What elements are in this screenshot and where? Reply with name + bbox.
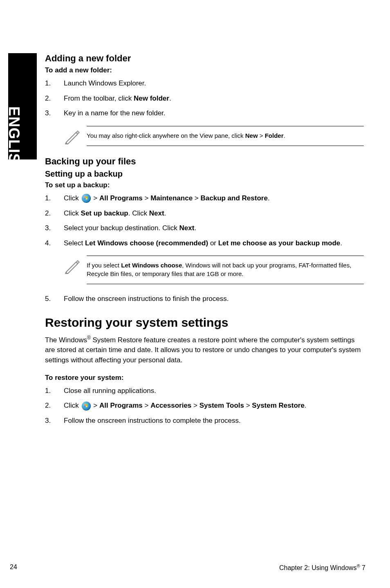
chapter-label: Chapter 2: Using Windows® 7	[279, 563, 365, 572]
heading-backup: Backing up your files	[45, 156, 364, 167]
heading-adding-folder: Adding a new folder	[45, 53, 364, 64]
step-text: Close all running applications.	[64, 386, 364, 396]
restore-intro: The Windows® System Restore feature crea…	[45, 334, 364, 366]
windows-start-icon	[82, 402, 91, 411]
pencil-note-icon	[64, 126, 87, 146]
list-item: Select your backup destination. Click Ne…	[45, 223, 364, 233]
subheading-setup-backup: Setting up a backup	[45, 169, 364, 179]
list-item: From the toolbar, click New folder.	[45, 94, 364, 104]
step-text: Click Set up backup. Click Next.	[64, 209, 364, 219]
steps-backup-continued: Follow the onscreen instructions to fini…	[45, 294, 364, 304]
steps-backup: Click > All Programs > Maintenance > Bac…	[45, 193, 364, 249]
step-text: Key in a name for the new folder.	[64, 108, 364, 119]
list-item: Select Let Windows choose (recommended) …	[45, 238, 364, 249]
steps-restore: Close all running applications. Click > …	[45, 386, 364, 426]
heading-restore: Restoring your system settings	[45, 316, 364, 330]
step-text: Follow the onscreen instructions to comp…	[64, 416, 364, 426]
list-item: Follow the onscreen instructions to fini…	[45, 294, 364, 304]
note-block: You may also right-click anywhere on the…	[64, 126, 364, 146]
note-text: You may also right-click anywhere on the…	[87, 126, 364, 146]
step-text: From the toolbar, click New folder.	[64, 94, 364, 104]
note-text: If you select Let Windows choose, Window…	[87, 256, 364, 284]
list-item: Launch Windows Explorer.	[45, 79, 364, 89]
step-text: Click > All Programs > Maintenance > Bac…	[64, 193, 364, 204]
step-text: Launch Windows Explorer.	[64, 79, 364, 89]
page-footer: 24 Chapter 2: Using Windows® 7	[10, 563, 365, 572]
list-item: Click Set up backup. Click Next.	[45, 209, 364, 219]
step-text: Select Let Windows choose (recommended) …	[64, 238, 364, 249]
list-item: Click > All Programs > Maintenance > Bac…	[45, 193, 364, 204]
list-item: Follow the onscreen instructions to comp…	[45, 416, 364, 426]
list-item: Key in a name for the new folder.	[45, 108, 364, 119]
prompt-setup-backup: To set up a backup:	[45, 181, 364, 189]
list-item: Click > All Programs > Accessories > Sys…	[45, 401, 364, 411]
page-number: 24	[10, 563, 17, 572]
step-text: Select your backup destination. Click Ne…	[64, 223, 364, 233]
prompt-add-folder: To add a new folder:	[45, 66, 364, 74]
language-label: ENGLISH	[5, 106, 22, 175]
windows-start-icon	[82, 194, 91, 203]
pencil-note-icon	[64, 256, 87, 276]
page-content: Adding a new folder To add a new folder:…	[45, 53, 364, 433]
note-block: If you select Let Windows choose, Window…	[64, 256, 364, 284]
steps-add-folder: Launch Windows Explorer. From the toolba…	[45, 79, 364, 119]
step-text: Follow the onscreen instructions to fini…	[64, 294, 364, 304]
prompt-restore: To restore your system:	[45, 374, 364, 382]
list-item: Close all running applications.	[45, 386, 364, 396]
step-text: Click > All Programs > Accessories > Sys…	[64, 401, 364, 411]
